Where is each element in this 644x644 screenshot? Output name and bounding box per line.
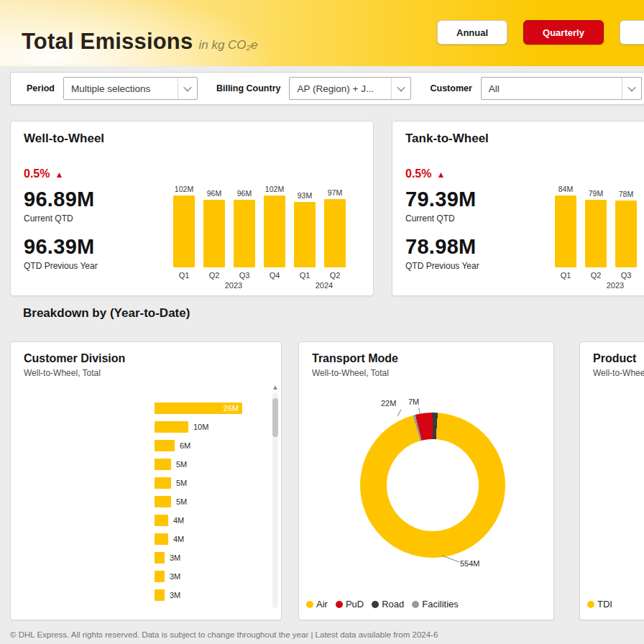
hbar[interactable] (155, 459, 171, 470)
hbar-row: 5M (155, 496, 242, 507)
current-qtd-value: 96.89M (24, 188, 167, 211)
bar[interactable] (234, 200, 255, 267)
bar-category-label: Q1 (561, 271, 571, 280)
product-card: Product Well-to-Wheel, Total TDI (579, 341, 644, 620)
quarterly-bar-chart: 102MQ196MQ296MQ3102MQ493MQ197MQ2 2023202… (167, 170, 354, 290)
bar-value-label: 97M (328, 188, 342, 197)
hbar[interactable] (155, 440, 175, 451)
legend-item[interactable]: TDI (587, 599, 612, 610)
hbar-value-label: 3M (170, 553, 180, 562)
scrollbar-track[interactable] (272, 392, 278, 608)
period-dropdown[interactable]: Multiple selections (63, 77, 198, 100)
legend-item[interactable]: Facilities (412, 599, 459, 610)
bar-value-label: 102M (265, 185, 284, 193)
scrollbar-thumb[interactable] (272, 398, 278, 437)
bar-chart-bars: 84MQ179MQ278MQ3 (555, 170, 644, 280)
customer-dropdown-value: All (482, 83, 622, 94)
previous-qtd-label: QTD Previous Year (405, 261, 549, 271)
delta-value: 0.5% (405, 167, 431, 180)
bar-chart-bars: 102MQ196MQ296MQ3102MQ493MQ197MQ2 (173, 170, 354, 280)
bar[interactable] (324, 199, 346, 267)
customer-filter-label: Customer (430, 83, 472, 93)
card-title: Transport Mode (312, 352, 540, 365)
hbar-row: 4M (155, 515, 242, 526)
hbar-value-label: 10M (193, 423, 208, 431)
annual-button[interactable]: Annual (437, 20, 507, 45)
legend-item[interactable]: Road (372, 599, 404, 610)
bar[interactable] (294, 202, 316, 267)
view-button-partial[interactable] (620, 20, 644, 45)
hbar-value-label: 4M (173, 516, 184, 525)
chevron-down-icon (391, 78, 410, 99)
scrollbar-up-arrow-icon[interactable] (273, 385, 277, 390)
card-title: Product (593, 352, 644, 365)
delta-indicator: 0.5%▲ (405, 167, 549, 180)
previous-qtd-value: 78.98M (405, 235, 549, 259)
emissions-dashboard: Total Emissionsin kg CO₂e Annual Quarter… (0, 0, 644, 644)
bar-category-label: Q1 (179, 271, 190, 280)
year-label: 2023 (173, 281, 294, 290)
legend-item[interactable]: PuD (336, 599, 364, 610)
bar[interactable] (585, 200, 607, 267)
donut-legend: AirPuDRoadFacilities (306, 599, 459, 610)
current-qtd-value: 79.39M (405, 188, 549, 211)
delta-value: 0.5% (24, 167, 50, 180)
bar[interactable] (615, 201, 637, 267)
bar-value-label: 96M (207, 189, 221, 198)
well-to-wheel-card: Well-to-Wheel 0.5%▲ 96.89M Current QTD 9… (10, 121, 374, 296)
bar-column: 93MQ1 (294, 170, 316, 280)
bar-category-label: Q2 (591, 271, 602, 280)
legend-item[interactable]: Air (306, 599, 328, 610)
hbar-value-label: 3M (170, 572, 180, 581)
hbar-value-label: 6M (180, 441, 190, 450)
bar-category-label: Q4 (270, 271, 280, 280)
delta-indicator: 0.5%▲ (24, 167, 167, 180)
legend-dot (372, 601, 379, 608)
header: Total Emissionsin kg CO₂e Annual Quarter… (0, 0, 644, 66)
legend-label: TDI (597, 599, 612, 610)
hbar[interactable] (155, 533, 168, 545)
bar[interactable] (264, 196, 285, 267)
bar-chart-year-axis: 2023 (555, 281, 644, 290)
filter-bar: Period Multiple selections Billing Count… (10, 72, 644, 105)
hbar[interactable] (155, 589, 165, 601)
card-title: Well-to-Wheel (24, 132, 360, 146)
donut-callout-air: 554M (460, 559, 480, 568)
bar-chart-year-axis: 20232024 (173, 281, 354, 290)
page-title: Total Emissions (22, 29, 193, 54)
transport-mode-card: Transport Mode Well-to-Wheel, Total 22M … (298, 341, 554, 620)
horizontal-bar-chart: 26M10M6M5M5M5M4M4M3M3M3M (155, 402, 242, 601)
period-dropdown-value: Multiple selections (64, 83, 178, 94)
legend-label: Air (316, 599, 328, 610)
bar-column: 78MQ3 (615, 170, 637, 280)
billing-country-dropdown[interactable]: AP (Region) + J... (289, 77, 411, 100)
hbar-row: 3M (155, 552, 242, 564)
bar[interactable] (203, 200, 225, 267)
hbar[interactable] (155, 477, 171, 489)
bar-category-label: Q3 (621, 271, 632, 280)
hbar[interactable] (155, 571, 165, 582)
legend-dot (587, 601, 594, 608)
bar-value-label: 93M (298, 191, 312, 200)
transport-mode-donut-chart[interactable] (360, 413, 505, 558)
hbar-value-label: 4M (173, 535, 184, 543)
bar-value-label: 102M (175, 185, 193, 193)
card-subtitle: Well-to-Wheel, Total (312, 368, 540, 378)
legend-dot (306, 601, 313, 608)
customer-dropdown[interactable]: All (481, 77, 642, 100)
quarterly-button[interactable]: Quarterly (523, 20, 604, 45)
hbar-value-label: 5M (176, 460, 187, 469)
hbar[interactable] (155, 515, 168, 526)
hbar[interactable]: 26M (155, 402, 242, 414)
hbar[interactable] (155, 496, 171, 507)
quarterly-bar-chart: 84MQ179MQ278MQ3 2023 (549, 170, 644, 290)
bar[interactable] (173, 196, 195, 267)
leader-line (442, 556, 460, 563)
hbar-row: 6M (155, 440, 242, 451)
hbar-row: 5M (155, 477, 242, 489)
bar[interactable] (555, 196, 576, 267)
hbar[interactable] (155, 421, 188, 433)
billing-country-filter-label: Billing Country (216, 83, 281, 93)
hbar[interactable] (155, 552, 165, 564)
bar-category-label: Q1 (300, 271, 310, 280)
